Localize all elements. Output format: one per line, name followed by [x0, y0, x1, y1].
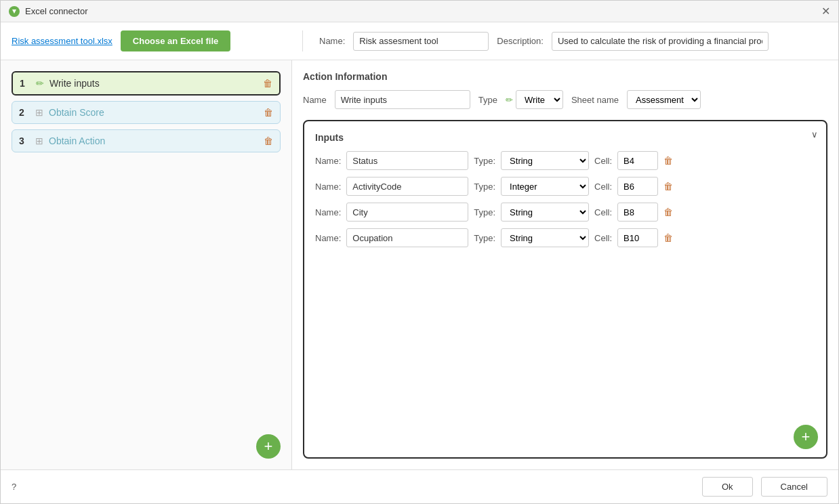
file-link[interactable]: Risk assessment tool.xlsx [12, 36, 112, 46]
sheet-name-label: Sheet name [571, 95, 619, 105]
input-name-field-1[interactable] [346, 151, 468, 170]
action-num-3: 3 [19, 135, 30, 146]
title-bar-left: Excel connector [9, 6, 88, 17]
sheet-select[interactable]: Assessment [627, 90, 701, 109]
add-action-button[interactable]: + [256, 434, 281, 459]
inputs-section: ∨ Inputs Name: Type: String Integer Bool… [303, 120, 827, 459]
action-type-label: Type [478, 95, 497, 105]
write-pencil-icon: ✏ [506, 95, 513, 105]
cell-field-4[interactable] [617, 228, 658, 247]
cancel-button[interactable]: Cancel [761, 477, 827, 497]
cell-label-2: Cell: [594, 182, 612, 192]
collapse-icon[interactable]: ∨ [811, 129, 818, 140]
cell-label-3: Cell: [594, 207, 612, 217]
cell-field-2[interactable] [617, 177, 658, 196]
type-dropdown-4[interactable]: String Integer Boolean Double [501, 228, 589, 247]
name-label: Name: [319, 36, 345, 46]
excel-connector-dialog: Excel connector ✕ Risk assessment tool.x… [0, 0, 839, 504]
type-label-2: Type: [474, 182, 495, 192]
type-dropdown-3[interactable]: String Integer Boolean Double [501, 203, 589, 222]
right-header: Name: Description: [303, 32, 827, 51]
copy-icon-3: ⊞ [35, 135, 43, 146]
left-panel: 1 ✏ Write inputs 🗑 2 ⊞ Obtain Score 🗑 3 … [1, 60, 292, 469]
input-row-1: Name: Type: String Integer Boolean Doubl… [315, 151, 815, 170]
action-info-row: Name Type ✏ Write Read Sheet name Assess… [303, 90, 827, 109]
input-name-field-2[interactable] [346, 177, 468, 196]
input-row-2: Name: Type: String Integer Boolean Doubl… [315, 177, 815, 196]
app-icon [9, 6, 20, 17]
input-name-field-3[interactable] [346, 203, 468, 222]
copy-icon-2: ⊞ [35, 107, 43, 118]
left-header: Risk assessment tool.xlsx Choose an Exce… [12, 30, 303, 51]
type-dropdown-2[interactable]: String Integer Boolean Double [501, 177, 589, 196]
action-name-label: Name [303, 95, 327, 105]
action-info-title: Action Information [303, 71, 827, 82]
input-name-field-4[interactable] [346, 228, 468, 247]
bottom-bar: ? Ok Cancel [1, 469, 838, 503]
type-select-wrapper: ✏ Write Read [506, 90, 563, 109]
right-panel: Action Information Name Type ✏ Write Rea… [292, 60, 838, 469]
dialog-title: Excel connector [25, 6, 88, 16]
action-name-input[interactable] [335, 90, 470, 109]
name-label-4: Name: [315, 233, 341, 243]
add-input-button[interactable]: + [794, 425, 818, 449]
delete-action-3[interactable]: 🗑 [264, 135, 273, 146]
inputs-title: Inputs [315, 132, 815, 143]
write-icon-1: ✏ [36, 78, 44, 89]
title-bar: Excel connector ✕ [1, 1, 838, 22]
description-input[interactable] [552, 32, 769, 51]
type-dropdown-1[interactable]: String Integer Boolean Double [501, 151, 589, 170]
cell-label-4: Cell: [594, 233, 612, 243]
type-label-4: Type: [474, 233, 495, 243]
name-input[interactable] [353, 32, 489, 51]
action-label-3: Obtain Action [49, 135, 258, 146]
name-label-3: Name: [315, 207, 341, 217]
action-label-1: Write inputs [49, 78, 258, 89]
help-icon[interactable]: ? [12, 482, 16, 492]
delete-action-1[interactable]: 🗑 [263, 78, 272, 89]
delete-row-4[interactable]: 🗑 [663, 232, 673, 243]
delete-action-2[interactable]: 🗑 [264, 107, 273, 118]
action-num-2: 2 [19, 107, 30, 118]
close-button[interactable]: ✕ [821, 6, 830, 17]
dialog-body: 1 ✏ Write inputs 🗑 2 ⊞ Obtain Score 🗑 3 … [1, 60, 838, 469]
delete-row-3[interactable]: 🗑 [663, 207, 673, 217]
description-label: Description: [497, 36, 544, 46]
action-info-section: Action Information Name Type ✏ Write Rea… [303, 71, 827, 109]
action-item-1[interactable]: 1 ✏ Write inputs 🗑 [12, 71, 281, 96]
name-label-1: Name: [315, 156, 341, 166]
delete-row-2[interactable]: 🗑 [663, 181, 673, 192]
action-num-1: 1 [20, 78, 30, 89]
cell-field-3[interactable] [617, 203, 658, 222]
type-label-3: Type: [474, 207, 495, 217]
type-select[interactable]: Write Read [516, 90, 563, 109]
action-item-2[interactable]: 2 ⊞ Obtain Score 🗑 [12, 101, 281, 124]
delete-row-1[interactable]: 🗑 [663, 155, 673, 166]
header-row: Risk assessment tool.xlsx Choose an Exce… [1, 22, 838, 60]
action-item-3[interactable]: 3 ⊞ Obtain Action 🗑 [12, 129, 281, 152]
cell-field-1[interactable] [617, 151, 658, 170]
input-row-3: Name: Type: String Integer Boolean Doubl… [315, 203, 815, 222]
ok-button[interactable]: Ok [702, 477, 753, 497]
input-row-4: Name: Type: String Integer Boolean Doubl… [315, 228, 815, 247]
cell-label-1: Cell: [594, 156, 612, 166]
type-label-1: Type: [474, 156, 495, 166]
name-label-2: Name: [315, 182, 341, 192]
action-label-2: Obtain Score [49, 107, 258, 118]
choose-file-button[interactable]: Choose an Excel file [121, 30, 230, 51]
